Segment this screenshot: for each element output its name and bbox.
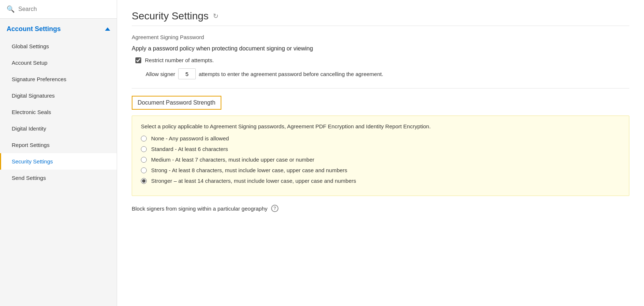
help-icon[interactable]: ? (271, 205, 278, 212)
attempts-input[interactable] (178, 68, 196, 79)
sidebar-item-digital-identity[interactable]: Digital Identity (0, 120, 117, 137)
radio-option-none[interactable]: None - Any password is allowed (141, 135, 620, 141)
attempts-row: Allow signer attempts to enter the agree… (146, 68, 629, 79)
doc-password-desc: Select a policy applicable to Agreement … (141, 123, 620, 129)
main-content: Security Settings ↻ Agreement Signing Pa… (117, 0, 644, 306)
radio-label-standard: Standard - At least 6 characters (151, 146, 228, 152)
radio-option-standard[interactable]: Standard - At least 6 characters (141, 146, 620, 152)
radio-option-stronger[interactable]: Stronger – at least 14 characters, must … (141, 178, 620, 184)
radio-option-strong[interactable]: Strong - At least 8 characters, must inc… (141, 167, 620, 173)
radio-label-medium: Medium - At least 7 characters, must inc… (151, 156, 314, 163)
sidebar-item-electronic-seals[interactable]: Electronic Seals (0, 104, 117, 120)
policy-desc: Apply a password policy when protecting … (132, 45, 629, 52)
radio-none[interactable] (141, 136, 147, 141)
attempts-suffix: attempts to enter the agreement password… (199, 71, 383, 77)
doc-password-section: Document Password Strength Select a poli… (132, 96, 629, 196)
restrict-attempts-row: Restrict number of attempts. (135, 57, 629, 63)
sidebar-item-send-settings[interactable]: Send Settings (0, 170, 117, 186)
sidebar-item-account-setup[interactable]: Account Setup (0, 54, 117, 71)
sidebar: 🔍 Account Settings Global SettingsAccoun… (0, 0, 117, 306)
refresh-icon[interactable]: ↻ (213, 12, 218, 20)
block-signers-row: Block signers from signing within a part… (132, 205, 629, 212)
account-settings-label: Account Settings (7, 25, 61, 33)
page-title: Security Settings (132, 10, 209, 22)
radio-option-medium[interactable]: Medium - At least 7 characters, must inc… (141, 156, 620, 163)
radio-standard[interactable] (141, 146, 147, 152)
section-label: Agreement Signing Password (132, 34, 629, 40)
chevron-up-icon (105, 27, 110, 31)
block-signers-label: Block signers from signing within a part… (132, 205, 267, 212)
sidebar-item-signature-preferences[interactable]: Signature Preferences (0, 71, 117, 87)
restrict-attempts-label: Restrict number of attempts. (145, 57, 214, 63)
doc-password-heading: Document Password Strength (132, 96, 221, 110)
radio-stronger[interactable] (141, 178, 147, 184)
search-input[interactable] (18, 6, 110, 12)
sidebar-item-report-settings[interactable]: Report Settings (0, 137, 117, 153)
page-title-row: Security Settings ↻ (132, 10, 629, 26)
password-strength-box: Select a policy applicable to Agreement … (132, 116, 629, 196)
sidebar-item-global-settings[interactable]: Global Settings (0, 38, 117, 54)
account-settings-header[interactable]: Account Settings (0, 19, 117, 38)
section-divider (132, 88, 629, 88)
radio-strong[interactable] (141, 167, 147, 173)
search-bar[interactable]: 🔍 (0, 0, 117, 19)
radio-label-none: None - Any password is allowed (151, 135, 229, 141)
radio-label-stronger: Stronger – at least 14 characters, must … (151, 178, 356, 184)
sidebar-item-security-settings[interactable]: Security Settings (0, 153, 117, 170)
restrict-attempts-checkbox[interactable] (135, 57, 141, 63)
sidebar-nav: Global SettingsAccount SetupSignature Pr… (0, 38, 117, 186)
radio-label-strong: Strong - At least 8 characters, must inc… (151, 167, 347, 173)
search-icon: 🔍 (7, 5, 15, 13)
sidebar-item-digital-signatures[interactable]: Digital Signatures (0, 87, 117, 104)
attempts-prefix: Allow signer (146, 71, 175, 77)
radio-medium[interactable] (141, 157, 147, 163)
